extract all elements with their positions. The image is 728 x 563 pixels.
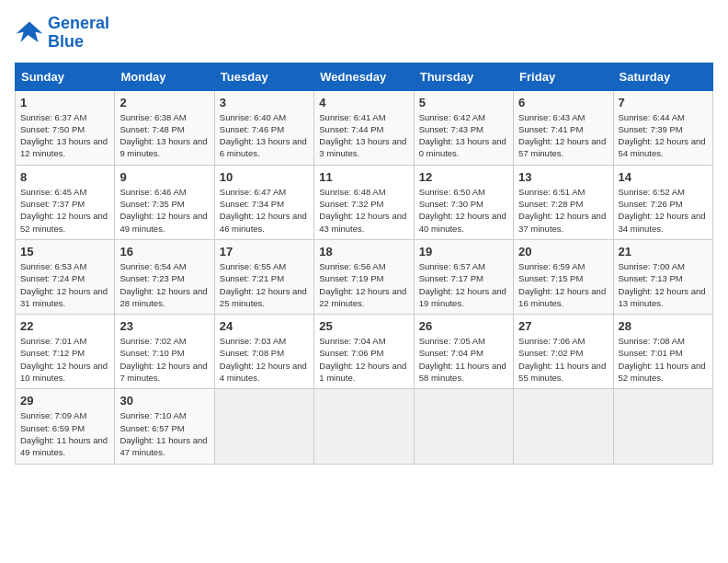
calendar-cell: 1 Sunrise: 6:37 AMSunset: 7:50 PMDayligh… [16, 90, 115, 165]
logo: General Blue [15, 15, 109, 52]
day-detail: Sunrise: 7:01 AMSunset: 7:12 PMDaylight:… [20, 336, 108, 383]
weekday-header: Monday [115, 63, 214, 90]
calendar-cell [314, 389, 414, 464]
day-number: 19 [419, 245, 508, 259]
day-number: 12 [419, 170, 508, 184]
day-detail: Sunrise: 7:02 AMSunset: 7:10 PMDaylight:… [119, 336, 207, 383]
day-detail: Sunrise: 6:59 AMSunset: 7:15 PMDaylight:… [518, 261, 606, 308]
day-detail: Sunrise: 7:04 AMSunset: 7:06 PMDaylight:… [319, 336, 406, 383]
calendar-cell: 5 Sunrise: 6:42 AMSunset: 7:43 PMDayligh… [414, 90, 513, 165]
weekday-header: Tuesday [214, 63, 313, 90]
calendar-cell: 30 Sunrise: 7:10 AMSunset: 6:57 PMDaylig… [115, 389, 214, 464]
day-number: 10 [220, 170, 309, 184]
day-number: 18 [319, 245, 408, 259]
calendar-cell: 15 Sunrise: 6:53 AMSunset: 7:24 PMDaylig… [16, 239, 115, 314]
calendar-cell: 9 Sunrise: 6:46 AMSunset: 7:35 PMDayligh… [115, 165, 214, 239]
calendar-week-row: 29 Sunrise: 7:09 AMSunset: 6:59 PMDaylig… [16, 389, 713, 464]
calendar-cell: 12 Sunrise: 6:50 AMSunset: 7:30 PMDaylig… [414, 165, 513, 239]
calendar-cell [214, 389, 313, 464]
calendar-header: SundayMondayTuesdayWednesdayThursdayFrid… [16, 63, 713, 90]
day-number: 30 [119, 394, 209, 408]
calendar-cell: 21 Sunrise: 7:00 AMSunset: 7:13 PMDaylig… [613, 239, 712, 314]
day-detail: Sunrise: 6:44 AMSunset: 7:39 PMDaylight:… [619, 112, 706, 159]
calendar-cell: 27 Sunrise: 7:06 AMSunset: 7:02 PMDaylig… [514, 315, 613, 389]
day-detail: Sunrise: 6:50 AMSunset: 7:30 PMDaylight:… [419, 187, 506, 234]
logo-text: General Blue [48, 15, 109, 52]
day-detail: Sunrise: 6:37 AMSunset: 7:50 PMDaylight:… [20, 112, 108, 159]
day-number: 15 [20, 245, 109, 259]
day-detail: Sunrise: 7:06 AMSunset: 7:02 PMDaylight:… [518, 336, 606, 383]
calendar-cell: 25 Sunrise: 7:04 AMSunset: 7:06 PMDaylig… [314, 315, 414, 389]
svg-marker-0 [17, 21, 43, 41]
calendar-cell: 13 Sunrise: 6:51 AMSunset: 7:28 PMDaylig… [514, 165, 613, 239]
day-detail: Sunrise: 6:51 AMSunset: 7:28 PMDaylight:… [518, 187, 606, 234]
weekday-header: Sunday [16, 63, 115, 90]
day-detail: Sunrise: 7:09 AMSunset: 6:59 PMDaylight:… [20, 410, 108, 457]
day-detail: Sunrise: 6:47 AMSunset: 7:34 PMDaylight:… [220, 187, 307, 234]
day-detail: Sunrise: 6:48 AMSunset: 7:32 PMDaylight:… [319, 187, 406, 234]
calendar-cell: 18 Sunrise: 6:56 AMSunset: 7:19 PMDaylig… [314, 239, 414, 314]
day-number: 7 [619, 96, 708, 109]
day-number: 22 [20, 319, 109, 333]
calendar-cell: 8 Sunrise: 6:45 AMSunset: 7:37 PMDayligh… [16, 165, 115, 239]
calendar-cell: 26 Sunrise: 7:05 AMSunset: 7:04 PMDaylig… [414, 315, 513, 389]
weekday-header: Friday [514, 63, 613, 90]
day-detail: Sunrise: 7:05 AMSunset: 7:04 PMDaylight:… [419, 336, 506, 383]
day-detail: Sunrise: 6:55 AMSunset: 7:21 PMDaylight:… [220, 261, 307, 308]
day-detail: Sunrise: 7:08 AMSunset: 7:01 PMDaylight:… [619, 336, 706, 383]
calendar-cell: 19 Sunrise: 6:57 AMSunset: 7:17 PMDaylig… [414, 239, 513, 314]
day-detail: Sunrise: 6:57 AMSunset: 7:17 PMDaylight:… [419, 261, 506, 308]
calendar-cell [613, 389, 712, 464]
day-number: 25 [319, 319, 408, 333]
calendar-table: SundayMondayTuesdayWednesdayThursdayFrid… [15, 63, 713, 465]
day-number: 6 [518, 96, 608, 109]
day-detail: Sunrise: 6:46 AMSunset: 7:35 PMDaylight:… [119, 187, 207, 234]
day-number: 1 [20, 96, 109, 109]
day-detail: Sunrise: 6:52 AMSunset: 7:26 PMDaylight:… [619, 187, 706, 234]
calendar-cell [514, 389, 613, 464]
day-detail: Sunrise: 6:38 AMSunset: 7:48 PMDaylight:… [119, 112, 207, 159]
day-number: 17 [220, 245, 309, 259]
day-number: 24 [220, 319, 309, 333]
calendar-cell: 14 Sunrise: 6:52 AMSunset: 7:26 PMDaylig… [613, 165, 712, 239]
day-number: 3 [220, 96, 309, 109]
day-number: 11 [319, 170, 408, 184]
calendar-cell: 20 Sunrise: 6:59 AMSunset: 7:15 PMDaylig… [514, 239, 613, 314]
calendar-cell [414, 389, 513, 464]
day-detail: Sunrise: 6:53 AMSunset: 7:24 PMDaylight:… [20, 261, 108, 308]
calendar-cell: 22 Sunrise: 7:01 AMSunset: 7:12 PMDaylig… [16, 315, 115, 389]
weekday-header: Thursday [414, 63, 513, 90]
page-header: General Blue [15, 15, 713, 52]
calendar-cell: 23 Sunrise: 7:02 AMSunset: 7:10 PMDaylig… [115, 315, 214, 389]
day-detail: Sunrise: 6:56 AMSunset: 7:19 PMDaylight:… [319, 261, 406, 308]
calendar-cell: 4 Sunrise: 6:41 AMSunset: 7:44 PMDayligh… [314, 90, 414, 165]
calendar-week-row: 8 Sunrise: 6:45 AMSunset: 7:37 PMDayligh… [16, 165, 713, 239]
day-detail: Sunrise: 6:43 AMSunset: 7:41 PMDaylight:… [518, 112, 606, 159]
day-number: 28 [619, 319, 708, 333]
day-number: 20 [518, 245, 608, 259]
day-detail: Sunrise: 7:10 AMSunset: 6:57 PMDaylight:… [119, 410, 207, 457]
day-number: 5 [419, 96, 508, 109]
calendar-body: 1 Sunrise: 6:37 AMSunset: 7:50 PMDayligh… [16, 90, 713, 464]
day-number: 26 [419, 319, 508, 333]
weekday-row: SundayMondayTuesdayWednesdayThursdayFrid… [16, 63, 713, 90]
weekday-header: Saturday [613, 63, 712, 90]
calendar-cell: 16 Sunrise: 6:54 AMSunset: 7:23 PMDaylig… [115, 239, 214, 314]
day-number: 27 [518, 319, 608, 333]
day-number: 23 [119, 319, 209, 333]
calendar-cell: 17 Sunrise: 6:55 AMSunset: 7:21 PMDaylig… [214, 239, 313, 314]
day-number: 8 [20, 170, 109, 184]
day-detail: Sunrise: 6:54 AMSunset: 7:23 PMDaylight:… [119, 261, 207, 308]
day-detail: Sunrise: 6:40 AMSunset: 7:46 PMDaylight:… [220, 112, 307, 159]
day-number: 14 [619, 170, 708, 184]
calendar-cell: 6 Sunrise: 6:43 AMSunset: 7:41 PMDayligh… [514, 90, 613, 165]
calendar-cell: 28 Sunrise: 7:08 AMSunset: 7:01 PMDaylig… [613, 315, 712, 389]
weekday-header: Wednesday [314, 63, 414, 90]
day-number: 16 [119, 245, 209, 259]
day-detail: Sunrise: 6:45 AMSunset: 7:37 PMDaylight:… [20, 187, 108, 234]
day-number: 21 [619, 245, 708, 259]
calendar-cell: 11 Sunrise: 6:48 AMSunset: 7:32 PMDaylig… [314, 165, 414, 239]
calendar-cell: 3 Sunrise: 6:40 AMSunset: 7:46 PMDayligh… [214, 90, 313, 165]
logo-icon [15, 20, 44, 46]
calendar-week-row: 15 Sunrise: 6:53 AMSunset: 7:24 PMDaylig… [16, 239, 713, 314]
